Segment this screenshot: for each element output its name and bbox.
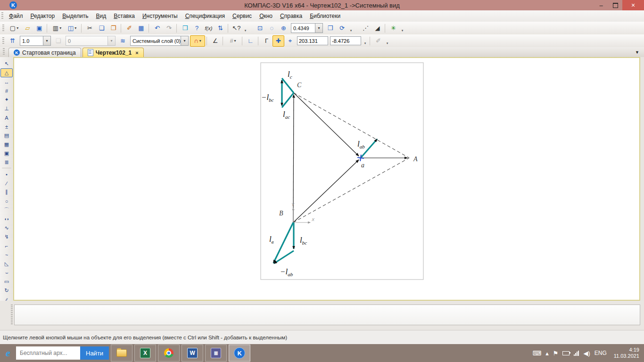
taskbar-word-button[interactable]: W [182, 345, 203, 362]
new-document-button[interactable]: ▢ [7, 23, 22, 34]
tab-close-icon[interactable]: × [135, 50, 138, 56]
segment-tool-button[interactable]: ∕ [0, 179, 13, 188]
zoom-frame-button[interactable]: ⊡ [254, 23, 266, 34]
toolbar-overflow-button[interactable]: ▾ [384, 34, 390, 47]
menu-item[interactable]: Вставка [110, 11, 139, 21]
minimize-button[interactable]: – [594, 0, 608, 10]
context-help-button[interactable]: ↖? [231, 23, 242, 34]
menu-item[interactable]: Сервис [229, 11, 256, 21]
parallel-line-tool-button[interactable]: ∥ [0, 188, 13, 197]
battery-icon[interactable] [562, 351, 570, 355]
paste-button[interactable]: ❐ [107, 23, 119, 34]
print-button[interactable]: ▥ [50, 23, 65, 34]
drawing-canvas[interactable]: Y X lc C −lbc lac lab a [13, 57, 640, 301]
open-document-button[interactable]: ▱ [22, 23, 33, 34]
ellipse-tool-button[interactable]: ◖◗ [0, 214, 13, 223]
undo-button[interactable]: ↶ [151, 23, 163, 34]
menu-item[interactable]: Инструменты [139, 11, 182, 21]
local-cs-button[interactable]: ∟ [245, 35, 256, 47]
separator[interactable] [47, 24, 48, 33]
separator[interactable] [176, 24, 178, 33]
parametrization-panel-button[interactable]: ⊥ [0, 104, 13, 113]
angle-snap-button[interactable]: ∠ [209, 35, 221, 47]
toolbar-grip[interactable] [2, 25, 4, 32]
taskbar-search-input[interactable]: Бесплатный арх... [16, 346, 80, 360]
menu-item[interactable]: Файл [5, 11, 27, 21]
save-button[interactable]: ▣ [33, 23, 45, 34]
group-gap[interactable] [354, 23, 360, 34]
cut-button[interactable]: ✂ [84, 23, 96, 34]
fillet-tool-button[interactable]: ⌣ [0, 268, 13, 277]
zoom-combo[interactable]: 0.4349 ▾ [291, 23, 323, 33]
separator[interactable] [2, 168, 11, 169]
circle-tool-button[interactable]: ○ [0, 197, 13, 206]
copy-properties-button[interactable]: ✐ [124, 23, 135, 34]
rectangle-tool-button[interactable]: ▭ [0, 277, 13, 286]
separator[interactable] [242, 36, 243, 46]
toolbar-grip[interactable] [3, 48, 5, 56]
cursor-coords-icon[interactable]: ⌖ [284, 35, 296, 47]
zoom-area-button[interactable]: ◌ [266, 23, 278, 34]
separator[interactable] [258, 36, 259, 46]
menu-item[interactable]: Выделить [58, 11, 92, 21]
bezier-tool-button[interactable]: ∿ [0, 223, 13, 232]
show-document-button[interactable]: ❒ [179, 23, 191, 34]
layers-icon[interactable]: ≋ [117, 35, 129, 47]
style-brush-button[interactable]: ✐ [372, 35, 384, 47]
insert-view-button[interactable]: ▣ [0, 149, 13, 158]
menu-item[interactable]: Библиотеки [306, 11, 344, 21]
point-tool-button[interactable]: • [0, 170, 13, 179]
selection-panel-button[interactable]: ± [0, 122, 13, 131]
copies-icon[interactable]: ❏ [52, 35, 64, 47]
dimensions-panel-button[interactable]: ↔ [0, 77, 13, 86]
toolbar-grip[interactable] [1, 12, 3, 20]
tab-list-chevron-icon[interactable]: ▼ [635, 50, 639, 55]
layer-combo[interactable]: Системный слой (0) ▾ [130, 36, 189, 46]
global-snaps-button[interactable]: ∩ [190, 35, 205, 47]
toolbar-overflow-button[interactable]: ▾ [348, 22, 354, 34]
ortho-mode-button[interactable]: Γ [261, 35, 272, 47]
separator[interactable] [223, 36, 224, 46]
panel-grip[interactable] [11, 304, 13, 325]
menu-item[interactable]: Редактор [27, 11, 59, 21]
taskbar-chrome-button[interactable] [158, 345, 180, 362]
cursor-y-field[interactable] [330, 36, 361, 45]
refresh-view-button[interactable]: ⟳ [336, 23, 348, 34]
hidden-icons-chevron-icon[interactable]: ▴ [545, 350, 549, 357]
variables-button[interactable]: ? [191, 23, 203, 34]
pan-view-button[interactable]: ❒ [324, 23, 336, 34]
separator[interactable] [121, 24, 122, 33]
restore-button[interactable] [608, 0, 622, 10]
polyline-tool-button[interactable]: ⌐ [0, 241, 13, 250]
taskbar-excel-button[interactable]: X [134, 345, 156, 362]
group-gap[interactable] [248, 23, 254, 34]
rounding-button[interactable]: ✚ [272, 35, 284, 47]
toolbar-grip[interactable] [2, 37, 4, 45]
measure-segment-button[interactable]: ⋰ [360, 23, 372, 34]
close-button[interactable]: × [622, 0, 644, 10]
specification-panel-button[interactable]: ▤ [0, 131, 13, 140]
toolbar-overflow-button[interactable]: ▾ [399, 22, 405, 34]
step-scale-icon[interactable]: ⇈ [7, 35, 18, 47]
spline-tool-button[interactable]: ~ [0, 250, 13, 259]
spec-table-button[interactable]: ▦ [135, 23, 147, 34]
arc-tool-button[interactable]: ⌒ [0, 206, 13, 214]
designations-panel-button[interactable]: # [0, 86, 13, 95]
chamfer-tool-button[interactable]: ◺ [0, 259, 13, 268]
menu-item[interactable]: Окно [256, 11, 276, 21]
reports-panel-button[interactable]: ▦ [0, 140, 13, 149]
keyboard-icon[interactable]: ⌨ [532, 350, 541, 357]
measure-panel-button[interactable]: A [0, 113, 13, 122]
network-signal-icon[interactable] [574, 351, 579, 356]
collect-contour-button[interactable]: ↻ [0, 286, 13, 295]
tab-start-page[interactable]: K Стартовая страница [8, 48, 81, 57]
lightning-tool-button[interactable]: ↯ [0, 232, 13, 241]
tab-drawing-active[interactable]: Чертеж102_1 × [83, 48, 144, 57]
layers-manager-button[interactable]: ≣ [0, 158, 13, 167]
taskbar-explorer-button[interactable] [111, 345, 132, 362]
separator[interactable] [206, 36, 208, 46]
grid-button[interactable]: # [225, 35, 240, 47]
settings-gear-button[interactable]: ✳ [388, 23, 399, 34]
menu-item[interactable]: Спецификация [182, 11, 229, 21]
chevron-down-icon[interactable]: ▾ [181, 36, 188, 45]
